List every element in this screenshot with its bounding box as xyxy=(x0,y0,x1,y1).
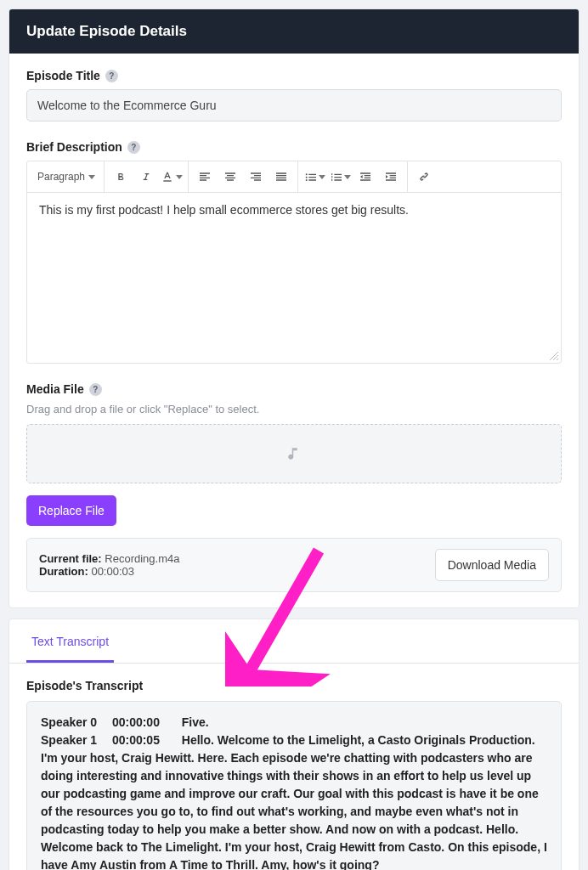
paragraph-style-select[interactable]: Paragraph xyxy=(32,169,100,184)
bullet-list-button[interactable] xyxy=(302,165,327,189)
transcript-section-label: Episode's Transcript xyxy=(9,664,579,701)
transcript-tabs: Text Transcript xyxy=(9,619,579,664)
bold-button[interactable] xyxy=(108,165,133,189)
indent-button[interactable] xyxy=(378,165,404,189)
chevron-down-icon xyxy=(319,175,325,179)
transcript-text: Hello. Welcome to the Limelight, a Casto… xyxy=(41,733,547,870)
rte-content[interactable]: This is my first podcast! I help small e… xyxy=(27,193,561,363)
card-body: Episode Title ? Brief Description ? Para… xyxy=(9,54,579,607)
media-file-helptext: Drag and drop a file or click "Replace" … xyxy=(26,403,562,415)
italic-button[interactable] xyxy=(133,165,159,189)
current-file-label: Current file: xyxy=(39,552,102,565)
align-left-button[interactable] xyxy=(192,165,218,189)
brief-description-label: Brief Description ? xyxy=(26,140,562,154)
brief-description-section: Brief Description ? Paragraph xyxy=(26,140,562,364)
help-icon[interactable]: ? xyxy=(105,70,118,82)
resize-handle-icon[interactable] xyxy=(549,351,559,361)
chevron-down-icon xyxy=(88,175,95,179)
media-file-label: Media File ? xyxy=(26,382,562,396)
help-icon[interactable]: ? xyxy=(127,141,140,154)
media-file-section: Media File ? Drag and drop a file or cli… xyxy=(26,382,562,592)
link-button[interactable] xyxy=(411,165,437,189)
transcript-speaker: Speaker 0 xyxy=(41,714,109,732)
rte-toolbar: Paragraph xyxy=(27,161,561,193)
transcript-text: Five. xyxy=(182,715,209,729)
ordered-list-button[interactable] xyxy=(327,165,353,189)
current-file-info: Current file: Recording.m4a Duration: 00… xyxy=(26,538,562,592)
episode-details-card: Update Episode Details Episode Title ? B… xyxy=(8,8,580,608)
download-media-button[interactable]: Download Media xyxy=(435,549,549,581)
episode-title-label: Episode Title ? xyxy=(26,69,562,82)
replace-file-button[interactable]: Replace File xyxy=(26,495,116,526)
transcript-timestamp: 00:00:00 xyxy=(112,714,178,732)
page-title: Update Episode Details xyxy=(26,23,187,39)
card-header: Update Episode Details xyxy=(9,9,579,54)
transcript-textarea[interactable]: Speaker 0 00:00:00 Five.Speaker 1 00:00:… xyxy=(26,701,562,870)
duration-value: 00:00:03 xyxy=(91,565,134,578)
transcript-entry: Speaker 0 00:00:00 Five. xyxy=(41,714,547,732)
music-note-icon xyxy=(286,446,302,461)
tab-text-transcript[interactable]: Text Transcript xyxy=(26,619,114,663)
align-center-button[interactable] xyxy=(218,165,243,189)
transcript-timestamp: 00:00:05 xyxy=(112,732,178,749)
episode-title-input[interactable] xyxy=(26,89,562,121)
rich-text-editor: Paragraph xyxy=(26,161,562,364)
duration-label: Duration: xyxy=(39,565,88,578)
text-color-button[interactable] xyxy=(159,165,184,189)
chevron-down-icon xyxy=(344,175,351,179)
transcript-speaker: Speaker 1 xyxy=(41,732,109,749)
episode-title-section: Episode Title ? xyxy=(26,69,562,121)
current-file-name: Recording.m4a xyxy=(105,552,179,565)
chevron-down-icon xyxy=(176,175,183,179)
align-right-button[interactable] xyxy=(243,165,269,189)
help-icon[interactable]: ? xyxy=(89,383,102,396)
media-dropzone[interactable] xyxy=(26,424,562,483)
outdent-button[interactable] xyxy=(353,165,378,189)
transcript-card: Text Transcript Episode's Transcript Spe… xyxy=(8,619,580,870)
align-justify-button[interactable] xyxy=(269,165,294,189)
transcript-entry: Speaker 1 00:00:05 Hello. Welcome to the… xyxy=(41,732,547,870)
